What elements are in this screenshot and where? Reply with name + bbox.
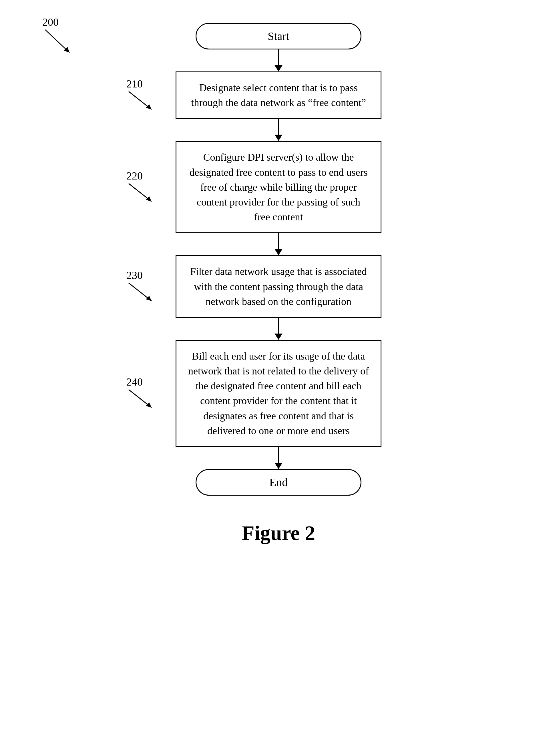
box-210: Designate select content that is to pass…	[176, 71, 381, 119]
label-210: 210	[126, 78, 143, 90]
flowchart: Start 210 Designate select content that …	[150, 23, 407, 495]
svg-marker-9	[146, 402, 151, 407]
label-220: 220	[126, 170, 143, 182]
svg-marker-3	[146, 104, 151, 110]
step-240-row: 240 Bill each end user for its usage of …	[121, 340, 436, 447]
label-240-group: 240	[126, 375, 155, 411]
arrow-4	[274, 318, 283, 340]
box-230: Filter data network usage that is associ…	[176, 255, 381, 318]
step-220-row: 220 Configure DPI server(s) to allow the…	[121, 141, 436, 233]
label-230: 230	[126, 269, 143, 281]
label-240: 240	[126, 376, 143, 388]
figure-caption: Figure 2	[242, 521, 315, 545]
arrow-2	[274, 119, 283, 141]
arrow-3	[274, 233, 283, 255]
step-210-row: 210 Designate select content that is to …	[121, 71, 436, 119]
arrow-5	[274, 447, 283, 469]
step-230-row: 230 Filter data network usage that is as…	[121, 255, 436, 318]
svg-marker-7	[146, 296, 151, 301]
box-220: Configure DPI server(s) to allow the des…	[176, 141, 381, 233]
label-230-group: 230	[126, 269, 155, 304]
page-container: 200 Start 210	[0, 0, 557, 756]
label-220-group: 220	[126, 170, 155, 205]
box-240: Bill each end user for its usage of the …	[176, 340, 381, 447]
start-box: Start	[196, 23, 361, 50]
label-200: 200	[42, 16, 74, 58]
start-row: Start	[121, 23, 436, 50]
end-label: End	[269, 476, 288, 489]
svg-marker-5	[146, 196, 151, 202]
arrow-1	[274, 50, 283, 71]
end-row: End	[121, 469, 436, 495]
end-box: End	[196, 469, 361, 495]
label-210-group: 210	[126, 78, 155, 113]
start-label: Start	[268, 30, 289, 42]
